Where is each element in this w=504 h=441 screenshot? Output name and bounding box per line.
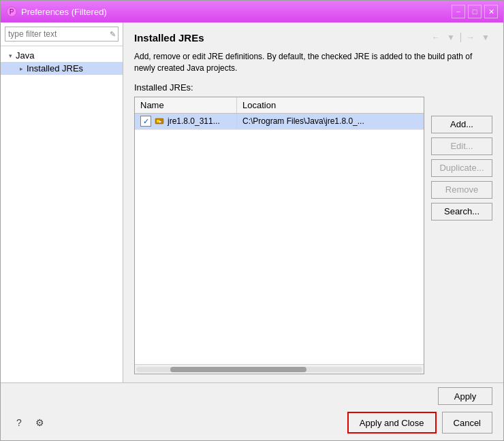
search-input[interactable] [5, 27, 119, 42]
nav-forward-dropdown-button[interactable]: ▼ [479, 31, 492, 44]
svg-text:P: P [10, 8, 14, 16]
duplicate-button[interactable]: Duplicate... [431, 159, 492, 177]
expander-java: ▾ [6, 52, 14, 60]
table-cell-location: C:\Program Files\Java\jre1.8.0_... [237, 114, 424, 129]
edit-button[interactable]: Edit... [431, 137, 492, 155]
main-panel: Installed JREs ← ▼ → ▼ Add, remove or ed… [123, 22, 503, 382]
table-header: Name Location [135, 97, 424, 114]
apply-row: Apply [1, 383, 503, 408]
nav-forward-button[interactable]: → [464, 31, 477, 44]
scrollbar-thumb[interactable] [170, 367, 306, 372]
tree-area: ▾ Java ▸ Installed JREs [1, 46, 123, 382]
tree-item-java[interactable]: ▾ Java [1, 49, 123, 62]
tree-label-java: Java [16, 50, 34, 61]
cancel-button[interactable]: Cancel [442, 412, 492, 434]
bottom-area: Apply ? ⚙ Apply and Close Cancel [1, 382, 503, 440]
jre-checkbox[interactable]: ✓ [140, 116, 151, 127]
expander-installed-jres: ▸ [17, 65, 25, 73]
nav-back-button[interactable]: ← [429, 31, 443, 44]
search-box: ✎ [1, 22, 123, 46]
description: Add, remove or edit JRE definitions. By … [134, 51, 492, 74]
nav-back-dropdown-button[interactable]: ▼ [444, 31, 458, 44]
panel-title: Installed JREs [134, 32, 204, 44]
settings-button[interactable]: ⚙ [32, 415, 47, 430]
maximize-button[interactable]: □ [468, 5, 482, 18]
table-body[interactable]: ✓ ▶ jre1.8.0_311... [135, 114, 424, 364]
add-button[interactable]: Add... [431, 116, 492, 133]
title-bar: P Preferences (Filtered) − □ ✕ [1, 1, 503, 22]
search-clear-icon: ✎ [110, 30, 116, 39]
window-icon: P [6, 6, 17, 17]
sidebar: ✎ ▾ Java ▸ Installed JREs [1, 22, 123, 382]
right-buttons: Add... Edit... Duplicate... Remove Searc… [431, 97, 492, 374]
apply-and-close-button[interactable]: Apply and Close [347, 412, 437, 434]
jre-icon: ▶ [154, 116, 165, 127]
remove-button[interactable]: Remove [431, 181, 492, 199]
main-content-row: Name Location ✓ [134, 97, 492, 374]
tree-item-installed-jres[interactable]: ▸ Installed JREs [1, 62, 123, 75]
bottom-left-icons: ? ⚙ [12, 415, 47, 430]
action-row: ? ⚙ Apply and Close Cancel [1, 408, 503, 440]
col-name-header: Name [135, 97, 237, 113]
window-controls: − □ ✕ [452, 5, 498, 18]
table-cell-name: ✓ ▶ jre1.8.0_311... [135, 114, 237, 129]
preferences-window: P Preferences (Filtered) − □ ✕ ✎ ▾ Java … [0, 0, 504, 441]
table-row[interactable]: ✓ ▶ jre1.8.0_311... [135, 114, 424, 130]
scrollbar-track [136, 367, 422, 372]
nav-buttons: ← ▼ → ▼ [429, 31, 492, 44]
jre-table: Name Location ✓ [134, 97, 424, 374]
nav-separator [460, 33, 461, 42]
settings-icon: ⚙ [35, 417, 44, 428]
content-area: ✎ ▾ Java ▸ Installed JREs Installed JREs… [1, 22, 503, 382]
col-location-header: Location [237, 97, 424, 113]
window-title: Preferences (Filtered) [21, 7, 452, 17]
bottom-right-buttons: Apply and Close Cancel [347, 412, 492, 434]
question-icon: ? [16, 417, 22, 428]
horizontal-scrollbar[interactable] [135, 364, 424, 374]
help-button[interactable]: ? [12, 415, 27, 430]
jre-name: jre1.8.0_311... [168, 116, 220, 126]
section-label: Installed JREs: [134, 82, 492, 93]
panel-header: Installed JREs ← ▼ → ▼ [134, 31, 492, 44]
minimize-button[interactable]: − [452, 5, 465, 18]
tree-label-installed-jres: Installed JREs [27, 63, 83, 74]
apply-button[interactable]: Apply [438, 387, 492, 405]
close-button[interactable]: ✕ [484, 5, 498, 18]
search-button[interactable]: Search... [431, 203, 492, 220]
